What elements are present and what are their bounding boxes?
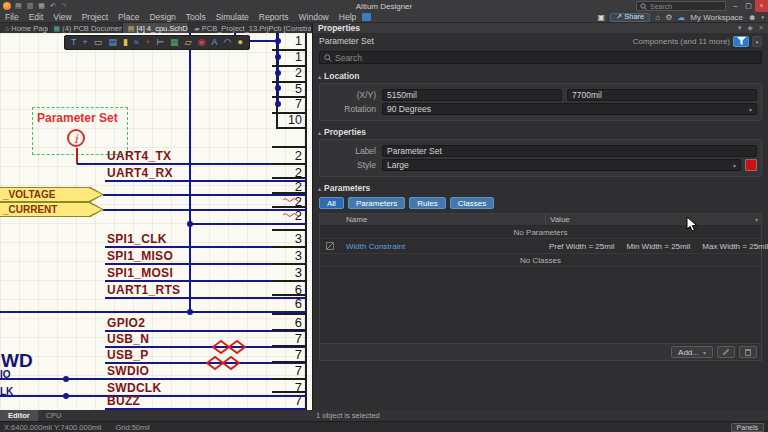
panels-button[interactable]: Panels — [731, 423, 764, 432]
pin-number[interactable]: 5 — [268, 82, 302, 96]
menu-item-window[interactable]: Window — [294, 12, 334, 22]
section-properties-header[interactable]: ▴ Properties — [313, 124, 768, 139]
net-wire[interactable] — [0, 311, 306, 313]
gear-icon[interactable]: ⚙ — [665, 13, 672, 22]
style-select[interactable]: Large ▾ — [382, 159, 741, 171]
panel-search-input[interactable]: Search — [319, 51, 762, 64]
license-badge-icon[interactable]: ▣ — [597, 13, 605, 22]
place-rect-tool-icon[interactable]: ▭ — [94, 38, 103, 47]
filter-dropdown-button[interactable]: ▾ — [752, 36, 762, 47]
pin-number[interactable]: 7 — [268, 347, 302, 362]
redo-icon[interactable]: ↷ — [61, 0, 67, 12]
x-input[interactable]: 5150mil — [382, 89, 562, 101]
pin-number[interactable]: 6 — [268, 296, 302, 311]
pin-number[interactable]: 3 — [268, 248, 302, 263]
document-tab[interactable]: ▰PCB_Project_13.PrjPcb [Constraints] * — [189, 23, 311, 33]
parameter-set-directive[interactable]: Parameter Set — [37, 111, 118, 125]
document-tab[interactable]: ⌂Home Page — [0, 23, 48, 33]
chevron-down-icon[interactable]: ▾ — [755, 216, 758, 223]
filter-classes-button[interactable]: Classes — [450, 197, 494, 209]
net-label[interactable]: UART4_TX — [107, 149, 171, 163]
pin-number[interactable]: 10 — [268, 113, 302, 127]
pin-number[interactable]: 7 — [268, 363, 302, 378]
pin-number[interactable]: 7 — [268, 331, 302, 346]
rotation-select[interactable]: 90 Degrees ▾ — [382, 103, 757, 115]
net-label[interactable]: SPI1_CLK — [107, 232, 167, 246]
rule-row[interactable]: Width Constraint Pref Width = 25milMin W… — [320, 239, 761, 254]
minimize-button[interactable]: – — [729, 0, 742, 12]
net-wire[interactable] — [189, 223, 306, 225]
net-wire[interactable] — [0, 395, 306, 397]
menu-item-file[interactable]: File — [0, 12, 24, 22]
place-pin-tool-icon[interactable]: ⊢ — [156, 38, 164, 47]
save-icon[interactable]: ▤ — [15, 0, 22, 12]
document-tab[interactable]: ▤[4] 4_cpu.SchDoc — [123, 23, 189, 33]
add-button[interactable]: Add... ▾ — [671, 346, 713, 358]
open-icon[interactable]: ▥ — [27, 0, 34, 12]
net-label[interactable]: UART4_RX — [107, 166, 173, 180]
net-wire[interactable] — [0, 378, 306, 380]
delete-button[interactable] — [739, 346, 757, 358]
panel-pin-icon[interactable]: ◈ — [748, 24, 753, 32]
menu-item-edit[interactable]: Edit — [24, 12, 49, 22]
differential-pair-icon[interactable] — [206, 355, 240, 371]
pin-number[interactable]: 7 — [268, 97, 302, 111]
place-text-tool-icon[interactable]: T — [71, 38, 77, 47]
menu-item-view[interactable]: View — [48, 12, 76, 22]
pin-number[interactable]: 7 — [268, 393, 302, 408]
menu-item-tools[interactable]: Tools — [181, 12, 211, 22]
color-swatch[interactable] — [745, 159, 757, 171]
global-search-input[interactable]: Search — [636, 1, 726, 11]
wire-vertical[interactable] — [189, 33, 191, 313]
place-arc-tool-icon[interactable]: ◠ — [224, 38, 232, 47]
document-tab[interactable]: ▦(4) PCB Document▾ — [49, 23, 122, 33]
filter-rules-button[interactable]: Rules — [409, 197, 445, 209]
place-dot-tool-icon[interactable]: ● — [237, 38, 242, 47]
filter-scope-label[interactable]: Components (and 11 more) — [633, 37, 730, 46]
menu-item-design[interactable]: Design — [144, 12, 180, 22]
editor-tab[interactable]: Editor — [0, 410, 38, 421]
panel-dropdown-icon[interactable]: ▾ — [738, 24, 742, 32]
section-location-header[interactable]: ▴ Location — [313, 68, 768, 83]
name-column-header[interactable]: Name — [320, 215, 367, 224]
close-button[interactable]: × — [755, 0, 768, 12]
net-label[interactable]: USB_P — [107, 348, 149, 362]
pin-number[interactable]: 6 — [268, 315, 302, 330]
pin-number[interactable]: 1 — [268, 50, 302, 64]
help-badge-icon[interactable] — [362, 13, 371, 21]
y-input[interactable]: 7700mil — [567, 89, 757, 101]
pin-number[interactable]: 2 — [268, 208, 302, 223]
user-dropdown-icon[interactable]: ▾ — [761, 14, 764, 20]
directive-icon[interactable]: i — [67, 129, 85, 147]
home-icon[interactable]: ⌂ — [655, 13, 660, 22]
place-bus-tool-icon[interactable]: ≈ — [134, 38, 139, 47]
cpu-tab[interactable]: CPU — [38, 410, 70, 421]
place-wire-tool-icon[interactable]: + — [83, 38, 88, 47]
net-label[interactable]: SPI1_MISO — [107, 249, 173, 263]
copy-icon[interactable]: ▦ — [38, 0, 45, 12]
place-junction-tool-icon[interactable]: + — [145, 38, 150, 47]
net-label[interactable]: UART1_RTS — [107, 283, 180, 297]
differential-pair-icon[interactable] — [212, 339, 246, 355]
pin-number[interactable]: 3 — [268, 265, 302, 280]
net-label[interactable]: GPIO2 — [107, 316, 145, 330]
schematic-canvas[interactable]: T+▭▤▮≈+⊢▦▱◉A◠● Parameter Set i WD IO LK … — [0, 33, 312, 410]
maximize-button[interactable]: ▢ — [742, 0, 755, 12]
filter-button[interactable] — [733, 36, 749, 47]
net-label[interactable]: SWDIO — [107, 364, 149, 378]
net-label[interactable]: SPI1_MOSI — [107, 266, 173, 280]
edit-button[interactable] — [717, 346, 735, 358]
net-label[interactable]: SWDCLK — [107, 381, 161, 395]
place-part-tool-icon[interactable]: ▮ — [123, 38, 128, 47]
panel-close-icon[interactable]: × — [759, 24, 763, 32]
value-column-header[interactable]: Value ▾ — [545, 214, 761, 225]
share-button[interactable]: ↗ Share — [610, 13, 650, 22]
filter-all-button[interactable]: All — [319, 197, 344, 209]
sheet-port[interactable]: _CURRENT — [0, 202, 104, 217]
pin-number[interactable]: 2 — [268, 148, 302, 163]
pin-number[interactable]: 3 — [268, 231, 302, 246]
place-no-erc-tool-icon[interactable]: ◉ — [198, 38, 206, 47]
undo-icon[interactable]: ↶ — [50, 0, 56, 12]
filter-parameters-button[interactable]: Parameters — [348, 197, 405, 209]
net-label[interactable]: USB_N — [107, 332, 149, 346]
